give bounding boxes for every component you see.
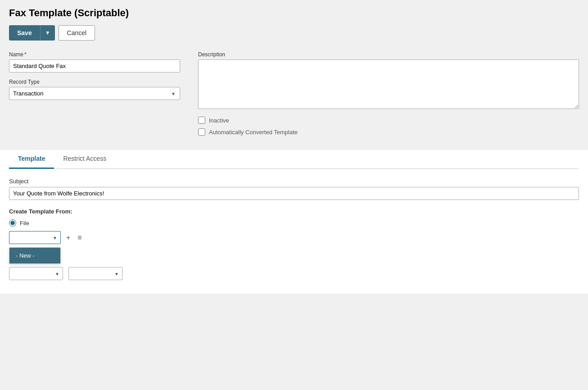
inactive-label[interactable]: Inactive: [209, 117, 229, 124]
add-file-button[interactable]: +: [64, 232, 72, 244]
insert-subfield-select[interactable]: [68, 267, 122, 280]
inactive-checkbox-group: Inactive: [198, 117, 579, 124]
save-button[interactable]: Save: [9, 25, 40, 41]
description-field-group: Description: [198, 51, 579, 110]
name-field-group: Name*: [9, 51, 180, 73]
subject-field-group: Subject: [9, 178, 579, 200]
insert-subfield-select-wrapper: [68, 267, 122, 280]
file-select[interactable]: [9, 231, 61, 244]
name-input[interactable]: [9, 59, 180, 73]
auto-converted-checkbox-group: Automatically Converted Template: [198, 128, 579, 136]
create-template-label: Create Template From:: [9, 208, 579, 215]
insert-field-row: Insert Field: [9, 259, 579, 280]
file-radio-group: File: [9, 219, 579, 227]
record-type-field-group: Record Type Transaction Entity Item Cust…: [9, 79, 180, 100]
record-type-label: Record Type: [9, 79, 180, 85]
file-dropdown-wrapper: - New -: [9, 231, 61, 244]
name-label: Name*: [9, 51, 180, 58]
tab-content-template: Subject Create Template From: File - N: [9, 169, 579, 294]
tab-template[interactable]: Template: [9, 150, 54, 169]
auto-converted-label[interactable]: Automatically Converted Template: [209, 129, 298, 136]
page-container: Fax Template (Scriptable) Save ▼ Cancel …: [0, 0, 588, 390]
edit-file-button[interactable]: ≡: [76, 232, 83, 244]
file-row: - New - + ≡: [9, 231, 579, 244]
description-label: Description: [198, 51, 579, 58]
file-radio-label[interactable]: File: [20, 220, 29, 227]
record-type-wrapper: Transaction Entity Item Custom: [9, 87, 180, 100]
second-radio-row: [9, 249, 579, 254]
tabs-section: Template Restrict Access Subject Create …: [0, 149, 588, 294]
file-radio[interactable]: [9, 219, 16, 227]
subject-label: Subject: [9, 178, 579, 185]
auto-converted-checkbox[interactable]: [198, 128, 205, 136]
page-title: Fax Template (Scriptable): [9, 7, 579, 19]
new-option-item[interactable]: - New -: [9, 248, 60, 263]
inactive-checkbox[interactable]: [198, 117, 205, 124]
save-button-group: Save ▼: [9, 25, 55, 41]
save-dropdown-button[interactable]: ▼: [40, 25, 55, 41]
insert-field-select-wrapper: [9, 267, 63, 280]
tab-restrict-access[interactable]: Restrict Access: [54, 150, 115, 169]
file-dropdown-popup: - New -: [9, 247, 61, 264]
record-type-select[interactable]: Transaction Entity Item Custom: [9, 87, 180, 100]
form-left: Name* Record Type Transaction Entity Ite…: [9, 51, 180, 140]
insert-subfield-group: [68, 267, 122, 280]
form-section: Name* Record Type Transaction Entity Ite…: [9, 51, 579, 140]
subject-input[interactable]: [9, 187, 579, 200]
toolbar: Save ▼ Cancel: [9, 25, 579, 41]
insert-field-select[interactable]: [9, 267, 63, 280]
form-right: Description Inactive Automatically Conve…: [198, 51, 579, 140]
description-textarea[interactable]: [198, 59, 579, 109]
cancel-button[interactable]: Cancel: [59, 25, 95, 41]
tabs-header: Template Restrict Access: [9, 150, 579, 169]
